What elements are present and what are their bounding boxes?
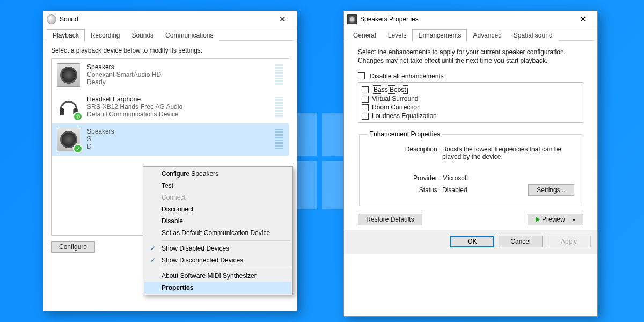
device-status: Default Communications Device	[87, 111, 268, 118]
tab-recording[interactable]: Recording	[85, 29, 126, 41]
close-icon[interactable]: ✕	[572, 12, 594, 27]
level-meter-icon	[275, 97, 283, 117]
enhancements-panel: Select the enhancements to apply for you…	[344, 41, 597, 230]
checkbox-bass-boost[interactable]	[362, 86, 369, 93]
level-meter-icon	[275, 64, 283, 85]
ok-button[interactable]: OK	[450, 236, 494, 247]
sound-icon	[47, 14, 56, 24]
properties-titlebar[interactable]: Speakers Properties ✕	[344, 11, 597, 27]
restore-defaults-button[interactable]: Restore Defaults	[358, 214, 422, 225]
checkbox-loudness-eq[interactable]	[362, 113, 369, 120]
properties-window: Speakers Properties ✕ General Levels Enh…	[343, 11, 598, 317]
device-name: Headset Earphone	[87, 96, 268, 103]
speaker-icon	[347, 14, 357, 24]
menu-show-disconnected[interactable]: ✓ Show Disconnected Devices	[144, 254, 291, 266]
preview-button[interactable]: Preview	[528, 214, 583, 225]
device-status: Ready	[87, 78, 268, 86]
tab-sounds[interactable]: Sounds	[126, 29, 159, 41]
status-label: Status:	[367, 186, 442, 194]
status-row: Status: Disabled Settings...	[367, 184, 574, 196]
sound-tabstrip: Playback Recording Sounds Communications	[43, 27, 297, 41]
enhancement-label: Room Correction	[372, 104, 421, 111]
device-icon-headset: ✆	[57, 96, 80, 119]
menu-disable[interactable]: Disable	[144, 215, 291, 227]
cancel-button[interactable]: Cancel	[499, 236, 543, 247]
tab-general[interactable]: General	[347, 29, 382, 41]
menu-divider	[162, 240, 290, 241]
menu-set-default-comm[interactable]: Set as Default Communication Device	[144, 227, 291, 239]
device-desc: SRS-XB12 Hands-Free AG Audio	[87, 103, 268, 111]
device-row[interactable]: ✆ Headset Earphone SRS-XB12 Hands-Free A…	[52, 91, 289, 123]
checkbox-disable-all[interactable]	[358, 72, 365, 79]
tab-levels[interactable]: Levels	[382, 29, 413, 41]
description-label: Description:	[367, 145, 442, 160]
menu-item-label: Show Disconnected Devices	[162, 257, 243, 264]
device-status: D	[87, 143, 268, 150]
disable-all-row[interactable]: Disable all enhancements	[358, 72, 583, 80]
enhancement-properties-group: Enhancement Properties Description: Boos…	[359, 130, 582, 206]
menu-properties[interactable]: Properties	[144, 282, 291, 294]
device-desc: Conexant SmartAudio HD	[87, 71, 268, 78]
phone-badge-icon: ✆	[73, 112, 83, 121]
description-value: Boosts the lowest frequencies that can b…	[442, 145, 574, 160]
menu-show-disabled[interactable]: ✓ Show Disabled Devices	[144, 243, 291, 254]
preview-label: Preview	[542, 216, 565, 223]
device-text: Speakers Conexant SmartAudio HD Ready	[87, 63, 268, 86]
device-icon-speaker: ✓	[57, 128, 80, 151]
sound-window: Sound ✕ Playback Recording Sounds Commun…	[43, 11, 297, 311]
device-icon-speaker	[57, 63, 80, 87]
enhancement-label: Virtual Surround	[372, 95, 419, 103]
enhancement-row[interactable]: Room Correction	[362, 103, 580, 112]
enhancement-label: Bass Boost	[372, 85, 408, 94]
enhancement-row[interactable]: Bass Boost	[362, 85, 580, 94]
enhancement-row[interactable]: Virtual Surround	[362, 94, 580, 103]
enhancements-intro: Select the enhancements to apply for you…	[358, 48, 583, 65]
device-row[interactable]: Speakers Conexant SmartAudio HD Ready	[52, 59, 289, 91]
properties-title: Speakers Properties	[360, 16, 572, 23]
disable-all-label: Disable all enhancements	[370, 72, 443, 80]
group-legend: Enhancement Properties	[367, 130, 442, 138]
menu-disconnect[interactable]: Disconnect	[144, 203, 291, 215]
sound-instruction: Select a playback device below to modify…	[51, 47, 289, 54]
provider-row: Provider: Microsoft	[367, 174, 574, 182]
check-badge-icon: ✓	[73, 144, 83, 153]
properties-tabstrip: General Levels Enhancements Advanced Spa…	[344, 27, 597, 41]
device-desc: S	[87, 135, 268, 143]
enhancements-list[interactable]: Bass Boost Virtual Surround Room Correct…	[358, 82, 583, 123]
status-value: Disabled	[442, 186, 467, 194]
checkbox-room-correction[interactable]	[362, 104, 369, 111]
tab-advanced[interactable]: Advanced	[467, 29, 507, 41]
enhancement-row[interactable]: Loudness Equalization	[362, 112, 580, 120]
panel-footer-row: Restore Defaults Preview	[358, 214, 583, 225]
menu-divider	[162, 268, 290, 268]
provider-label: Provider:	[367, 174, 442, 182]
menu-configure-speakers[interactable]: Configure Speakers	[144, 168, 291, 180]
menu-item-label: Show Disabled Devices	[162, 245, 229, 252]
tab-spatial-sound[interactable]: Spatial sound	[508, 29, 559, 41]
device-text: Headset Earphone SRS-XB12 Hands-Free AG …	[87, 96, 268, 118]
svg-rect-0	[60, 108, 64, 115]
device-context-menu[interactable]: Configure Speakers Test Connect Disconne…	[143, 166, 293, 295]
checkmark-icon: ✓	[149, 245, 157, 252]
checkmark-icon: ✓	[149, 257, 157, 264]
enhancement-label: Loudness Equalization	[372, 112, 437, 120]
close-icon[interactable]: ✕	[271, 12, 294, 27]
menu-about-midi[interactable]: About Software MIDI Synthesizer	[144, 270, 291, 282]
settings-button[interactable]: Settings...	[528, 184, 574, 196]
device-name: Speakers	[87, 63, 268, 71]
device-row-selected[interactable]: ✓ Speakers S D	[52, 123, 289, 156]
play-icon	[536, 217, 540, 222]
description-row: Description: Boosts the lowest frequenci…	[367, 145, 574, 160]
sound-title: Sound	[60, 16, 271, 23]
checkbox-virtual-surround[interactable]	[362, 96, 369, 103]
provider-value: Microsoft	[442, 174, 574, 182]
dialog-footer: OK Cancel Apply	[344, 230, 597, 254]
sound-titlebar[interactable]: Sound ✕	[43, 11, 297, 27]
configure-button[interactable]: Configure	[51, 241, 95, 253]
tab-enhancements[interactable]: Enhancements	[412, 29, 467, 41]
tab-communications[interactable]: Communications	[159, 29, 219, 41]
tab-playback[interactable]: Playback	[47, 29, 85, 41]
menu-connect: Connect	[144, 192, 291, 203]
menu-test[interactable]: Test	[144, 180, 291, 192]
apply-button: Apply	[547, 236, 591, 247]
